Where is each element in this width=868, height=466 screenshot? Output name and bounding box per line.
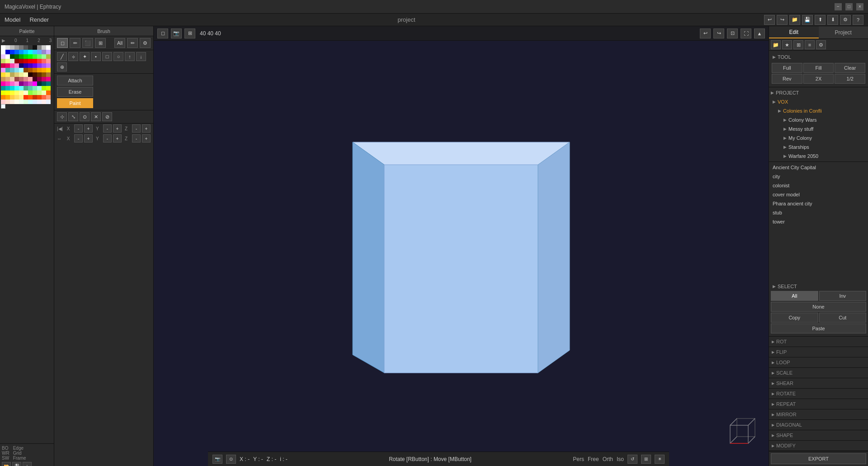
menu-model[interactable]: Model bbox=[5, 16, 20, 23]
color-swatch[interactable] bbox=[14, 90, 19, 95]
color-swatch[interactable] bbox=[10, 90, 14, 95]
view-free[interactable]: Free bbox=[588, 456, 599, 462]
color-swatch[interactable] bbox=[33, 50, 37, 54]
file-city[interactable]: city bbox=[769, 172, 868, 181]
color-swatch[interactable] bbox=[42, 54, 46, 59]
subtab-settings[interactable]: ⚙ bbox=[816, 40, 826, 49]
color-swatch-selected[interactable] bbox=[1, 104, 5, 109]
color-swatch[interactable] bbox=[37, 63, 42, 68]
color-swatch[interactable] bbox=[42, 50, 46, 54]
color-swatch[interactable] bbox=[19, 45, 24, 50]
full-button[interactable]: Full bbox=[772, 63, 802, 73]
color-swatch[interactable] bbox=[5, 86, 10, 90]
y2-minus[interactable]: - bbox=[103, 134, 112, 143]
inv-select-btn[interactable]: Inv bbox=[819, 291, 867, 301]
color-swatch[interactable] bbox=[5, 45, 10, 50]
mode-up[interactable]: ↑ bbox=[125, 52, 135, 61]
tree-my-colony[interactable]: ▶ My Colony bbox=[769, 133, 868, 143]
loop-header[interactable]: ▶ LOOP bbox=[769, 357, 868, 367]
color-swatch[interactable] bbox=[14, 54, 19, 59]
color-swatch[interactable] bbox=[1, 45, 5, 50]
color-swatch[interactable] bbox=[28, 86, 33, 90]
color-swatch[interactable] bbox=[19, 72, 24, 77]
color-swatch[interactable] bbox=[37, 72, 42, 77]
color-swatch[interactable] bbox=[1, 59, 5, 63]
color-swatch[interactable] bbox=[5, 90, 10, 95]
transform-select[interactable]: ⊙ bbox=[80, 112, 90, 121]
color-swatch[interactable] bbox=[19, 63, 24, 68]
mode-square[interactable]: □ bbox=[102, 52, 112, 61]
color-swatch[interactable] bbox=[10, 54, 14, 59]
viewport[interactable]: ◻ 📷 ⊞ 40 40 40 ↩ ↪ ⊡ ⛶ ▲ bbox=[154, 26, 769, 466]
color-swatch[interactable] bbox=[42, 100, 46, 104]
color-swatch[interactable] bbox=[24, 86, 28, 90]
mode-circle[interactable]: ○ bbox=[113, 52, 123, 61]
color-swatch[interactable] bbox=[14, 50, 19, 54]
color-swatch[interactable] bbox=[24, 72, 28, 77]
color-swatch[interactable] bbox=[5, 50, 10, 54]
tool-section-header[interactable]: ▶ TOOL bbox=[771, 52, 866, 62]
brush-box-tool[interactable]: ⊞ bbox=[95, 38, 106, 48]
color-swatch[interactable] bbox=[24, 45, 28, 50]
subtab-list[interactable]: ≡ bbox=[805, 40, 815, 49]
color-swatch[interactable] bbox=[46, 63, 51, 68]
color-swatch[interactable] bbox=[42, 68, 46, 72]
mode-line[interactable]: ╱ bbox=[57, 52, 67, 61]
color-swatch[interactable] bbox=[10, 63, 14, 68]
file-tower[interactable]: tower bbox=[769, 217, 868, 226]
file-ancient-city[interactable]: Ancient City Capital bbox=[769, 163, 868, 172]
color-swatch[interactable] bbox=[37, 59, 42, 63]
color-swatch[interactable] bbox=[28, 54, 33, 59]
mode-curve[interactable]: ⟡ bbox=[68, 52, 78, 61]
color-swatch[interactable] bbox=[33, 54, 37, 59]
mode-dot[interactable]: • bbox=[91, 52, 101, 61]
view-orth[interactable]: Orth bbox=[603, 456, 613, 462]
color-swatch[interactable] bbox=[5, 63, 10, 68]
color-swatch[interactable] bbox=[10, 95, 14, 100]
y2-plus[interactable]: + bbox=[113, 134, 122, 143]
color-swatch[interactable] bbox=[24, 81, 28, 86]
z2-plus[interactable]: + bbox=[142, 134, 151, 143]
color-swatch[interactable] bbox=[46, 68, 51, 72]
none-select-btn[interactable]: None bbox=[771, 302, 866, 312]
fill-button[interactable]: Fill bbox=[803, 63, 834, 73]
shape-header[interactable]: ▶ SHAPE bbox=[769, 430, 868, 440]
color-swatch[interactable] bbox=[5, 72, 10, 77]
color-swatch[interactable] bbox=[28, 81, 33, 86]
transform-move[interactable]: ⊹ bbox=[57, 112, 67, 121]
vp-select-tool[interactable]: ◻ bbox=[157, 29, 168, 38]
color-swatch[interactable] bbox=[1, 81, 5, 86]
brush-fill-tool[interactable]: ⬛ bbox=[82, 38, 93, 48]
x2-plus[interactable]: + bbox=[84, 134, 93, 143]
tab-edit[interactable]: Edit bbox=[769, 26, 819, 38]
vp-grid-tool[interactable]: ⊞ bbox=[184, 29, 195, 38]
brush-select-tool[interactable]: ◻ bbox=[57, 38, 68, 48]
color-swatch[interactable] bbox=[33, 68, 37, 72]
x2-minus[interactable]: - bbox=[74, 134, 83, 143]
color-swatch[interactable] bbox=[42, 81, 46, 86]
vp-camera-tool[interactable]: 📷 bbox=[171, 29, 182, 38]
save-file-button[interactable]: 💾 bbox=[12, 462, 21, 466]
color-swatch[interactable] bbox=[33, 59, 37, 63]
color-swatch[interactable] bbox=[10, 59, 14, 63]
file-phara[interactable]: Phara ancient city bbox=[769, 199, 868, 208]
two-x-button[interactable]: 2X bbox=[803, 74, 834, 84]
color-swatch[interactable] bbox=[14, 68, 19, 72]
screenshot-btn[interactable]: ⊙ bbox=[226, 455, 236, 464]
mirror-header[interactable]: ▶ MIRROR bbox=[769, 409, 868, 419]
export-button[interactable]: ⬆ bbox=[815, 15, 826, 25]
tree-starships[interactable]: ▶ Starships bbox=[769, 143, 868, 152]
paint-button[interactable]: Paint bbox=[57, 98, 93, 108]
color-swatch[interactable] bbox=[10, 77, 14, 81]
x-minus[interactable]: - bbox=[74, 124, 83, 133]
color-swatch[interactable] bbox=[1, 77, 5, 81]
color-swatch[interactable] bbox=[28, 90, 33, 95]
select-section-header[interactable]: ▶ SELECT bbox=[771, 282, 866, 291]
tree-colonies[interactable]: ▶ Colonies in Confli bbox=[769, 106, 868, 115]
flip-header[interactable]: ▶ FLIP bbox=[769, 347, 868, 357]
color-swatch[interactable] bbox=[46, 95, 51, 100]
color-swatch[interactable] bbox=[33, 100, 37, 104]
color-swatch[interactable] bbox=[24, 54, 28, 59]
new-file-button[interactable]: + bbox=[23, 462, 32, 466]
color-swatch[interactable] bbox=[33, 77, 37, 81]
